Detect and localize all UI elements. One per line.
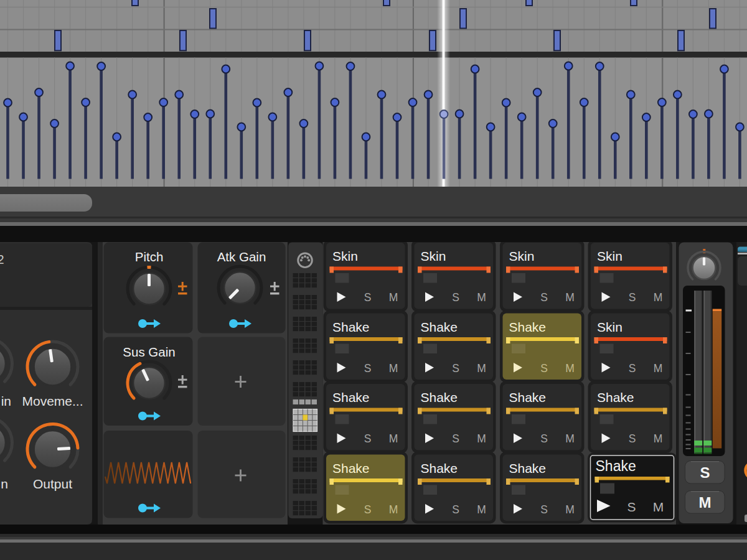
svg-text:Skin: Skin xyxy=(509,249,535,263)
svg-text:M: M xyxy=(477,432,486,445)
svg-text:2: 2 xyxy=(0,252,4,266)
svg-text:M: M xyxy=(389,362,398,375)
svg-text:Skin: Skin xyxy=(597,320,622,334)
svg-text:M: M xyxy=(389,291,398,304)
svg-text:M: M xyxy=(654,362,663,375)
svg-text:S: S xyxy=(364,291,372,304)
svg-text:Shake: Shake xyxy=(509,390,547,404)
svg-text:Shake: Shake xyxy=(597,390,634,404)
svg-text:M: M xyxy=(477,503,486,516)
svg-text:S: S xyxy=(452,503,459,516)
svg-text:Skin: Skin xyxy=(332,249,358,263)
svg-text:S: S xyxy=(540,432,548,445)
svg-text:Shake: Shake xyxy=(421,461,458,475)
svg-text:Shake: Shake xyxy=(509,320,547,334)
svg-text:Skin: Skin xyxy=(597,249,622,263)
svg-text:S: S xyxy=(629,291,636,304)
svg-text:M: M xyxy=(565,432,575,445)
svg-text:in: in xyxy=(1,394,11,408)
svg-text:M: M xyxy=(565,291,575,304)
svg-text:S: S xyxy=(540,362,548,375)
svg-text:S: S xyxy=(629,362,636,375)
svg-text:S: S xyxy=(540,291,548,304)
svg-text:M: M xyxy=(477,362,486,375)
svg-text:S: S xyxy=(364,432,372,445)
svg-text:Pitch: Pitch xyxy=(135,250,164,264)
svg-text:S: S xyxy=(364,362,372,375)
svg-text:M: M xyxy=(477,291,486,304)
svg-text:Moveme...: Moveme... xyxy=(22,394,83,408)
svg-text:S: S xyxy=(700,464,710,481)
svg-text:M: M xyxy=(389,432,398,445)
svg-text:Shake: Shake xyxy=(332,390,370,404)
svg-text:Sus Gain: Sus Gain xyxy=(123,345,175,359)
svg-text:Shake: Shake xyxy=(332,320,370,334)
svg-text:M: M xyxy=(654,291,663,304)
svg-text:M: M xyxy=(653,500,664,514)
svg-text:Shake: Shake xyxy=(596,458,636,474)
svg-text:Shake: Shake xyxy=(509,461,547,475)
svg-text:M: M xyxy=(565,362,575,375)
svg-text:Output: Output xyxy=(33,477,72,491)
svg-text:Shake: Shake xyxy=(421,390,458,404)
svg-text:S: S xyxy=(452,362,459,375)
svg-text:M: M xyxy=(565,503,575,516)
svg-text:S: S xyxy=(629,432,636,445)
svg-text:M: M xyxy=(654,432,663,445)
svg-text:S: S xyxy=(364,503,372,516)
svg-text:Shake: Shake xyxy=(332,461,370,475)
svg-text:S: S xyxy=(627,500,636,514)
svg-text:S: S xyxy=(540,503,548,516)
svg-text:S: S xyxy=(452,432,459,445)
svg-text:M: M xyxy=(389,503,398,516)
svg-text:Atk Gain: Atk Gain xyxy=(217,250,266,264)
svg-text:n: n xyxy=(1,477,8,491)
svg-text:S: S xyxy=(452,291,459,304)
svg-text:Shake: Shake xyxy=(421,320,458,334)
svg-text:M: M xyxy=(699,494,712,511)
svg-text:Skin: Skin xyxy=(421,249,446,263)
